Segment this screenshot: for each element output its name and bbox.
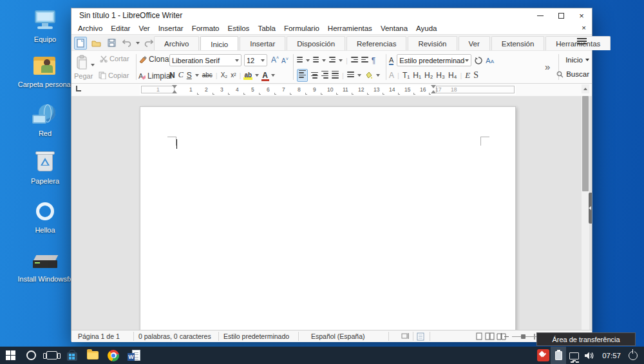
font-color-button[interactable]: A [262,71,268,80]
heading4-button[interactable]: H₄ [448,71,457,80]
menu-editar[interactable]: Editar [111,24,130,32]
paragraph-background-dropdown-icon[interactable] [376,74,380,77]
paragraph-style-combo[interactable]: Estilo predeterminadc [397,54,471,66]
numbered-list-dropdown-icon[interactable] [322,59,326,62]
outline-dropdown-icon[interactable] [339,59,343,62]
menu-tabla[interactable]: Tabla [258,24,276,32]
heading1-button[interactable]: H₁ [413,71,421,80]
align-center-button[interactable] [311,72,318,79]
cut-button[interactable]: Cortar [100,55,129,62]
paste-button[interactable] [75,55,90,70]
chrome-button[interactable] [103,347,124,364]
tab-referencias[interactable]: Referencias [346,36,406,50]
decrease-indent-icon[interactable] [361,57,368,64]
desktop-icon-helloa[interactable]: Helloa [14,200,76,234]
increase-size-button[interactable]: A˄ [271,55,279,64]
increase-indent-icon[interactable] [351,57,358,64]
selection-mode-icon[interactable] [401,332,410,340]
scrollbar-thumb[interactable] [582,96,589,191]
highlight-dropdown-icon[interactable] [255,74,259,77]
close-button[interactable]: × [571,8,592,23]
underline-button[interactable]: S [187,71,192,80]
highlight-color-button[interactable]: ab [244,72,252,79]
italic-button[interactable]: C [178,70,184,80]
outline-list-icon[interactable] [329,57,336,64]
red-app-tray-button[interactable] [535,347,551,364]
tab-ver[interactable]: Ver [459,36,490,50]
menu-ventana[interactable]: Ventana [381,24,408,32]
redo-icon[interactable] [142,37,155,50]
title-style-button[interactable]: T₁ [402,71,410,80]
menu-ver[interactable]: Ver [138,24,149,32]
quick-menu-button[interactable]: Inicio [543,53,589,67]
subscript-button[interactable]: X₂ [221,72,228,79]
paste-dropdown-icon[interactable] [91,64,95,66]
desktop-icon-computer[interactable]: Equipo [14,9,76,43]
formatting-marks-button[interactable]: ¶ [372,56,375,65]
desktop-icon-install-windowsfx[interactable]: Install Windowsfx [14,249,76,283]
desktop-icon-network[interactable]: Red [14,103,76,137]
zoom-out-icon[interactable] [504,336,509,337]
tab-extension[interactable]: Extensión [491,36,545,50]
menu-ayuda[interactable]: Ayuda [416,24,437,32]
heading2-button[interactable]: H₂ [424,71,433,80]
font-color-dropdown-icon[interactable] [271,74,275,77]
update-style-icon[interactable] [475,57,482,64]
open-icon[interactable] [90,37,102,50]
sidebar-toggle-grip[interactable] [589,193,592,224]
multi-page-view-icon[interactable] [485,332,495,340]
bullet-list-dropdown-icon[interactable] [306,59,310,62]
network-tray-button[interactable] [566,347,582,364]
menu-formato[interactable]: Formato [192,24,220,32]
task-view-button[interactable] [41,347,62,364]
emphasis-style-button[interactable]: E [465,70,470,81]
spotlight-styles-icon[interactable]: A [389,56,393,65]
heading3-button[interactable]: H₃ [436,71,445,80]
minimize-button[interactable] [530,8,551,23]
menu-archivo[interactable]: Archivo [78,24,102,32]
title-bar[interactable]: Sin título 1 - LibreOffice Writer × [71,8,592,23]
tab-disposicion[interactable]: Disposición [287,36,345,50]
search-button[interactable]: Buscar [543,67,589,81]
indent-marker-left-icon[interactable] [172,85,177,88]
paste-label[interactable]: Pegar [74,72,93,80]
volume-tray-button[interactable] [582,347,597,364]
document-modified-icon[interactable] [417,332,424,341]
undo-icon[interactable] [120,37,133,50]
line-spacing-icon[interactable] [347,72,354,79]
menu-insertar[interactable]: Insertar [158,24,184,32]
paragraph-background-icon[interactable] [365,72,373,79]
document-page[interactable] [140,106,516,330]
justify-button[interactable] [332,71,339,80]
menu-estilos[interactable]: Estilos [228,24,250,32]
menu-formulario[interactable]: Formulario [284,24,319,32]
writer-taskbar-button[interactable]: W [124,347,144,364]
align-right-button[interactable] [321,71,328,80]
copy-button[interactable]: Copiar [99,72,129,79]
tab-stop-selector-icon[interactable] [76,86,81,91]
font-size-combo[interactable]: 12 [244,54,267,66]
menu-hamburger-icon[interactable] [577,38,587,46]
indent-marker-left2-icon[interactable] [172,90,177,93]
strikethrough-button[interactable]: abc [202,72,213,79]
strong-style-button[interactable]: S [473,70,478,81]
clone-formatting-button[interactable]: Clonar [138,55,171,64]
scroll-up-icon[interactable] [582,84,589,93]
line-spacing-dropdown-icon[interactable] [357,74,361,77]
clipboard-tray-button[interactable] [551,347,566,364]
single-page-view-icon[interactable] [476,332,482,340]
decrease-size-button[interactable]: A˅ [281,57,289,64]
tab-revision[interactable]: Revisión [408,36,457,50]
document-area[interactable] [71,96,592,330]
word-count[interactable]: 0 palabras, 0 caracteres [138,332,211,340]
superscript-button[interactable]: x² [231,72,236,79]
desktop-icon-home-folder[interactable]: Carpeta personal [14,54,76,88]
font-name-combo[interactable]: Liberation Serif [169,54,242,66]
tab-insertar[interactable]: Insertar [240,36,285,50]
edit-style-icon[interactable]: AA [486,57,494,64]
new-document-icon[interactable] [74,37,87,50]
close-document-icon[interactable]: × [582,24,586,32]
taskbar-clock[interactable]: 07:57 [597,352,626,359]
tab-archivo[interactable]: Archivo [154,36,199,50]
desktop-icon-trash[interactable]: Papelera [14,151,76,185]
